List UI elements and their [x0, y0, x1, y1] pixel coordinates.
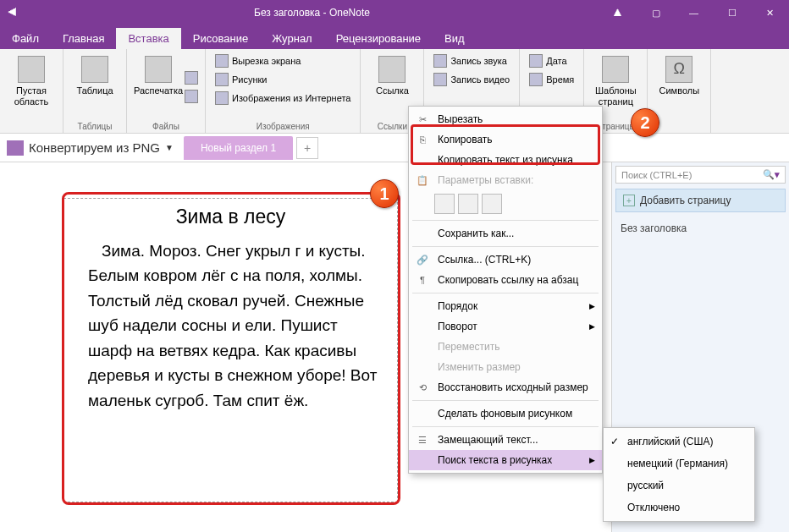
menu-file[interactable]: Файл: [0, 28, 51, 49]
section-tab[interactable]: Новый раздел 1: [184, 136, 293, 160]
ribbon-toggle-button[interactable]: ▢: [637, 0, 675, 25]
menu-review[interactable]: Рецензирование: [324, 28, 433, 49]
minimize-button[interactable]: —: [675, 0, 713, 25]
plus-icon: +: [623, 195, 635, 206]
link-label: Ссылка: [376, 85, 409, 96]
menu-journal[interactable]: Журнал: [260, 28, 323, 49]
ribbon: Пустая область Таблица Таблицы Распечатк…: [0, 49, 789, 134]
time-button[interactable]: Время: [527, 71, 577, 88]
lang-en-label: английский (США): [627, 436, 713, 447]
table-button[interactable]: Таблица: [70, 52, 119, 122]
record-audio-button[interactable]: Запись звука: [431, 52, 512, 69]
menu-view[interactable]: Вид: [433, 28, 477, 49]
paste-icon: 📋: [416, 173, 429, 187]
cm-order[interactable]: Порядок▶: [409, 296, 602, 316]
group-label: Изображения: [257, 122, 310, 131]
close-button[interactable]: ✕: [751, 0, 789, 25]
online-picture-label: Изображения из Интернета: [232, 93, 350, 103]
separator: [412, 293, 599, 293]
cm-search-text-label: Поиск текста в рисунках: [438, 454, 552, 466]
paste-option-1[interactable]: [434, 194, 455, 214]
screen-clip-button[interactable]: Вырезка экрана: [212, 52, 353, 69]
search-placeholder: Поиск (CTRL+E): [621, 170, 692, 180]
maximize-button[interactable]: ☐: [713, 0, 751, 25]
printout-icon: [145, 56, 172, 83]
add-section-button[interactable]: +: [296, 137, 318, 159]
paste-option-3[interactable]: [482, 194, 502, 214]
cm-search-text[interactable]: Поиск текста в рисунках▶: [409, 450, 602, 470]
cm-copy-link[interactable]: ¶Скопировать ссылку на абзац: [409, 270, 602, 290]
symbols-button[interactable]: ΩСимволы: [654, 52, 703, 131]
cm-rotate[interactable]: Поворот▶: [409, 316, 602, 337]
cm-save-as-label: Сохранить как...: [438, 228, 514, 239]
cm-link-label: Ссылка... (CTRL+K): [438, 254, 531, 266]
window-title: Без заголовка - OneNote: [25, 7, 599, 19]
lang-en[interactable]: ✓английский (США): [604, 431, 754, 452]
online-picture-icon: [215, 91, 229, 105]
date-button[interactable]: Дата: [527, 52, 577, 69]
menu-draw[interactable]: Рисование: [181, 28, 260, 49]
cm-restore-label: Восстановить исходный размер: [438, 381, 588, 393]
spreadsheet-icon[interactable]: [185, 90, 198, 103]
separator: [412, 426, 599, 427]
time-icon: [529, 73, 543, 86]
notebook-icon: [7, 140, 24, 156]
menu-home[interactable]: Главная: [51, 28, 116, 49]
alt-text-icon: ☰: [416, 433, 429, 447]
separator: [412, 246, 599, 247]
page-item[interactable]: Без заголовка: [612, 214, 789, 243]
group-label: Файлы: [152, 122, 179, 131]
space-icon: [18, 56, 45, 83]
add-page-button[interactable]: + Добавить страницу: [615, 189, 786, 212]
lang-off[interactable]: Отключено: [604, 496, 754, 518]
search-input[interactable]: Поиск (CTRL+E) 🔍▾: [615, 166, 786, 184]
notebook-dropdown[interactable]: Конвертируем из PNG ▼: [7, 140, 184, 156]
cm-background[interactable]: Сделать фоновым рисунком: [409, 403, 602, 424]
symbol-icon: Ω: [665, 56, 692, 83]
insert-space-button[interactable]: Пустая область: [7, 52, 56, 131]
menu-insert[interactable]: Вставка: [116, 28, 180, 49]
ribbon-group-blank: Пустая область: [0, 49, 63, 133]
pictures-button[interactable]: Рисунки: [212, 71, 353, 88]
cm-link[interactable]: 🔗Ссылка... (CTRL+K): [409, 250, 602, 270]
separator: [412, 400, 599, 401]
attach-icon[interactable]: [185, 71, 198, 85]
template-label: Шаблоны страниц: [595, 85, 637, 107]
insert-space-label: Пустая область: [14, 85, 49, 107]
menu-bar: Файл Главная Вставка Рисование Журнал Ре…: [0, 25, 789, 49]
app-icon: ⯇: [0, 7, 25, 19]
cm-bg-label: Сделать фоновым рисунком: [438, 408, 572, 420]
annotation-marker-1: 1: [370, 179, 399, 208]
video-label: Запись видео: [450, 74, 510, 85]
paragraph-icon: ¶: [416, 273, 429, 287]
cm-paste-header: 📋Параметры вставки:: [409, 170, 602, 190]
cm-rotate-label: Поворот: [438, 321, 477, 332]
printout-label: Распечатка: [134, 85, 183, 96]
help-button[interactable]: ⯅: [599, 0, 637, 25]
table-label: Таблица: [76, 85, 113, 96]
cm-save-as[interactable]: Сохранить как...: [409, 223, 602, 244]
ribbon-group-images: Вырезка экрана Рисунки Изображения из Ин…: [206, 49, 361, 133]
printout-button[interactable]: Распечатка: [134, 52, 183, 122]
time-label: Время: [546, 74, 574, 85]
link-icon: [378, 56, 406, 83]
cm-resize: Изменить размер: [409, 357, 602, 377]
table-icon: [81, 56, 108, 83]
cm-alt-text[interactable]: ☰Замещающий текст...: [409, 430, 602, 450]
cm-move: Переместить: [409, 337, 602, 357]
video-icon: [433, 73, 447, 86]
cm-cut-label: Вырезать: [438, 113, 483, 125]
paste-option-2[interactable]: [458, 194, 478, 214]
lang-de[interactable]: немецкий (Германия): [604, 452, 754, 474]
template-icon: [602, 56, 629, 83]
add-page-label: Добавить страницу: [640, 195, 731, 206]
online-pictures-button[interactable]: Изображения из Интернета: [212, 90, 353, 107]
group-label: Ссылки: [378, 122, 407, 131]
link-icon: 🔗: [416, 253, 429, 266]
lang-ru[interactable]: русский: [604, 474, 754, 496]
record-video-button[interactable]: Запись видео: [431, 71, 512, 88]
clip-icon: [215, 54, 229, 68]
date-label: Дата: [546, 56, 566, 66]
cm-move-label: Переместить: [438, 341, 500, 353]
cm-restore[interactable]: ⟲Восстановить исходный размер: [409, 377, 602, 398]
